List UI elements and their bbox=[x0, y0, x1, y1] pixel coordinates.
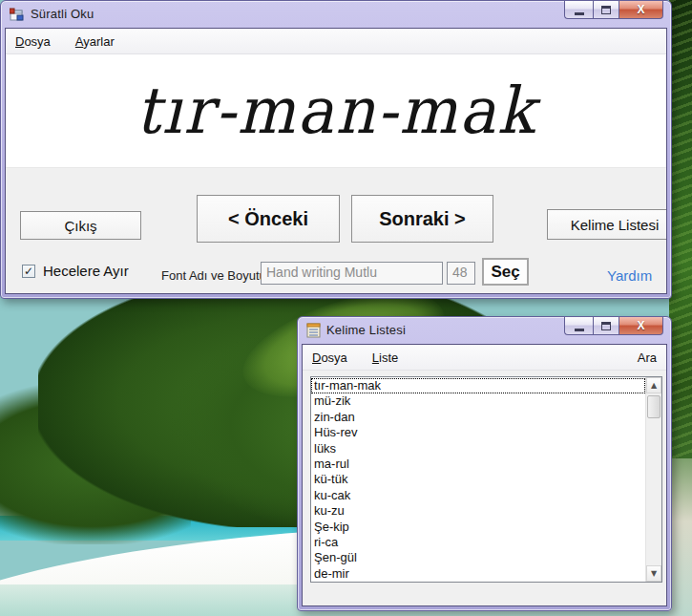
list-client-area: Dosya Liste Ara tır-man-makmü-zikzin-dan… bbox=[302, 344, 667, 606]
listbox-scrollbar: ▲ ▼ bbox=[645, 377, 661, 582]
list-item[interactable]: ku-zu bbox=[311, 503, 645, 519]
reading-panel: tır-man-mak bbox=[6, 54, 666, 168]
minimize-button[interactable] bbox=[564, 1, 593, 19]
help-link[interactable]: Yardım bbox=[607, 267, 652, 284]
background-beach-strip bbox=[669, 458, 692, 616]
scroll-up-button[interactable]: ▲ bbox=[646, 377, 661, 393]
close-button[interactable]: X bbox=[619, 1, 663, 19]
checkmark-icon: ✓ bbox=[24, 266, 33, 277]
previous-button[interactable]: < Önceki bbox=[197, 195, 340, 243]
main-client-area: Dosya Ayarlar tır-man-mak Çıkış < Önceki… bbox=[5, 28, 667, 294]
scrollbar-thumb[interactable] bbox=[647, 395, 661, 418]
list-window-controls: X bbox=[564, 317, 663, 335]
list-window-title: Kelime Listesi bbox=[326, 323, 406, 337]
app-form-icon bbox=[10, 7, 25, 21]
list-item[interactable]: Şen-gül bbox=[311, 550, 645, 565]
main-window-controls: X bbox=[564, 1, 663, 19]
list-menu-bar: Dosya Liste Ara bbox=[303, 345, 666, 371]
minimize-icon bbox=[575, 329, 584, 331]
maximize-icon bbox=[601, 322, 611, 330]
word-list-window: Kelime Listesi X Dosya Liste Ara tır-man… bbox=[297, 316, 672, 611]
close-button[interactable]: X bbox=[619, 317, 663, 335]
background-foliage bbox=[669, 0, 692, 478]
menu-liste[interactable]: Liste bbox=[372, 350, 398, 365]
menu-ayarlar[interactable]: Ayarlar bbox=[75, 34, 115, 49]
font-size-input[interactable]: 48 bbox=[447, 262, 475, 285]
word-list-items: tır-man-makmü-zikzin-danHüs-revlüksma-ru… bbox=[311, 377, 645, 582]
syllable-checkbox[interactable]: ✓ bbox=[22, 265, 35, 278]
scroll-down-button[interactable]: ▼ bbox=[646, 565, 661, 582]
list-item[interactable]: ma-rul bbox=[311, 457, 645, 472]
list-item[interactable]: tır-man-mak bbox=[311, 378, 645, 393]
main-menu-bar: Dosya Ayarlar bbox=[6, 29, 666, 54]
menu-dosya[interactable]: Dosya bbox=[312, 350, 347, 365]
word-list-icon bbox=[306, 323, 321, 338]
main-window-title: Süratli Oku bbox=[31, 7, 94, 21]
list-item[interactable]: de-mir bbox=[311, 566, 645, 582]
word-listbox: tır-man-makmü-zikzin-danHüs-revlüksma-ru… bbox=[310, 376, 662, 583]
menu-dosya[interactable]: Dosya bbox=[15, 34, 51, 49]
maximize-icon bbox=[601, 6, 611, 14]
list-item[interactable]: Hüs-rev bbox=[311, 425, 645, 440]
list-item[interactable]: ri-ca bbox=[311, 535, 645, 550]
scrollbar-track[interactable] bbox=[646, 393, 661, 565]
word-list-button[interactable]: Kelime Listesi bbox=[547, 209, 667, 240]
syllable-checkbox-label: Hecelere Ayır bbox=[43, 263, 129, 279]
close-icon: X bbox=[637, 319, 644, 332]
maximize-button[interactable] bbox=[593, 1, 619, 19]
font-field-label: Font Adı ve Boyutu : bbox=[161, 268, 273, 283]
list-item[interactable]: mü-zik bbox=[311, 393, 645, 409]
font-name-input[interactable]: Hand writing Mutlu bbox=[261, 262, 443, 285]
list-item[interactable]: Şe-kip bbox=[311, 520, 645, 535]
minimize-button[interactable] bbox=[564, 317, 593, 335]
exit-button[interactable]: Çıkış bbox=[20, 211, 141, 240]
syllable-display-text: tır-man-mak bbox=[136, 74, 536, 148]
minimize-icon bbox=[575, 12, 584, 15]
list-item[interactable]: kü-tük bbox=[311, 472, 645, 487]
menu-ara[interactable]: Ara bbox=[638, 350, 657, 365]
main-window: Süratli Oku X Dosya Ayarlar tır-man-mak … bbox=[0, 0, 672, 299]
list-item[interactable]: lüks bbox=[311, 441, 645, 457]
font-select-button[interactable]: Seç bbox=[482, 258, 529, 286]
syllable-checkbox-row: ✓ Hecelere Ayır bbox=[22, 263, 129, 279]
list-item[interactable]: ku-cak bbox=[311, 488, 645, 503]
next-button[interactable]: Sonraki > bbox=[351, 195, 493, 243]
close-icon: X bbox=[637, 3, 644, 16]
maximize-button[interactable] bbox=[593, 317, 619, 335]
list-item[interactable]: zin-dan bbox=[311, 410, 645, 425]
